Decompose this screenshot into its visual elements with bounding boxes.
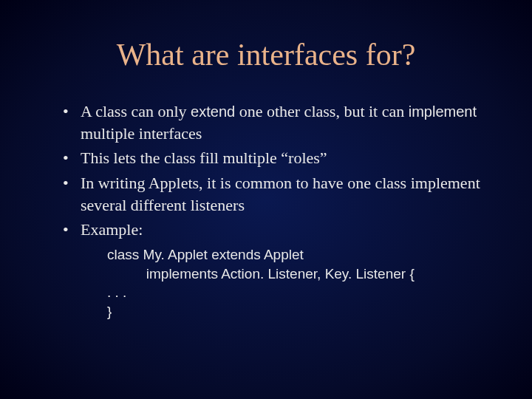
slide: What are interfaces for? A class can onl… xyxy=(0,0,532,351)
bullet-text: This lets the class fill multiple “roles… xyxy=(81,149,327,167)
keyword-implement: implement xyxy=(409,103,477,120)
bullet-item: Example: xyxy=(63,219,484,241)
bullet-item: A class can only extend one other class,… xyxy=(63,100,484,144)
bullet-text: Example: xyxy=(81,220,143,239)
bullet-item: In writing Applets, it is common to have… xyxy=(63,172,484,216)
bullet-text: In writing Applets, it is common to have… xyxy=(81,174,480,214)
bullet-text: A class can only xyxy=(81,102,191,120)
bullet-item: This lets the class fill multiple “roles… xyxy=(63,147,484,169)
keyword-extend: extend xyxy=(191,103,235,120)
bullet-text: multiple interfaces xyxy=(81,124,202,143)
bullet-list: A class can only extend one other class,… xyxy=(48,100,484,241)
code-example: class My. Applet extends Applet implemen… xyxy=(107,245,484,321)
slide-title: What are interfaces for? xyxy=(48,37,484,72)
bullet-text: one other class, but it can xyxy=(235,102,409,120)
